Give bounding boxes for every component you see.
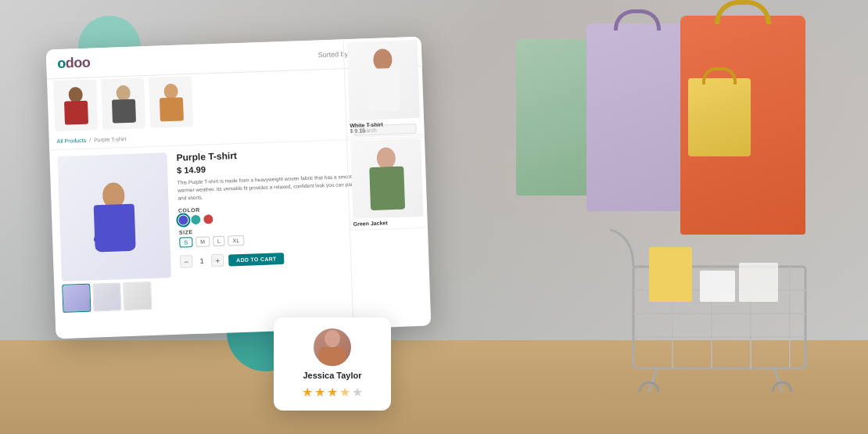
star-3: ★: [327, 385, 338, 400]
star-2: ★: [314, 385, 325, 400]
product-detail: Purple T-shirt $ 14.99 This Purple T-shi…: [49, 138, 430, 320]
odoo-logo: odoo: [57, 55, 91, 72]
breadcrumb-separator: /: [89, 138, 91, 143]
breadcrumb-parent[interactable]: All Products: [57, 138, 87, 144]
product-thumbnails: [62, 281, 172, 313]
header-person-3: [149, 76, 193, 128]
product-image-area: [57, 152, 172, 313]
avatar-body: [319, 347, 346, 366]
thumbnail-2[interactable]: [92, 282, 121, 311]
related-product-2-image: [350, 138, 423, 219]
size-l[interactable]: L: [213, 236, 225, 247]
avatar-figure: [319, 330, 346, 366]
quantity-value: 1: [197, 257, 206, 265]
review-stars: ★ ★ ★ ★ ★: [302, 385, 363, 400]
related-product-1-image: [347, 40, 420, 120]
product-model-figure: [93, 182, 136, 253]
shopping-cart: [610, 204, 845, 395]
related-product-1[interactable]: White T-shirt $ 9.15: [343, 37, 424, 138]
size-xl[interactable]: XL: [228, 235, 245, 246]
quantity-decrease[interactable]: −: [180, 255, 193, 268]
main-product-image: [57, 152, 170, 282]
size-m[interactable]: M: [195, 237, 210, 248]
related-product-2[interactable]: Green Jacket: [347, 135, 428, 231]
thumbnail-3[interactable]: [123, 282, 152, 310]
svg-rect-12: [649, 247, 692, 302]
bag-lavender: [586, 23, 688, 211]
green-jacket-figure: [368, 147, 405, 210]
quantity-increase[interactable]: +: [211, 254, 224, 267]
star-4: ★: [339, 385, 350, 400]
size-s[interactable]: S: [179, 237, 192, 248]
star-5: ★: [352, 385, 363, 400]
breadcrumb-current: Purple T-shirt: [94, 136, 127, 142]
add-to-cart-button[interactable]: ADD TO CART: [228, 253, 285, 266]
related-products-column: White T-shirt $ 9.15 Green Jacket: [343, 37, 431, 328]
bag-yellow: [688, 78, 751, 156]
color-swatch-red[interactable]: [203, 214, 213, 224]
color-swatch-teal[interactable]: [191, 215, 200, 224]
svg-rect-14: [739, 263, 778, 302]
related-product-2-name: Green Jacket: [353, 219, 425, 227]
svg-rect-13: [700, 271, 735, 302]
wsp-shirt: [368, 68, 400, 112]
star-1: ★: [302, 385, 313, 400]
review-avatar: [314, 328, 351, 366]
avatar-head: [325, 330, 340, 347]
reviewer-name: Jessica Taylor: [303, 371, 361, 380]
svg-line-8: [649, 368, 657, 392]
header-person-2: [101, 77, 145, 130]
review-card: Jessica Taylor ★ ★ ★ ★ ★: [274, 317, 391, 411]
color-swatch-blue[interactable]: [178, 216, 188, 225]
svg-line-9: [774, 368, 782, 392]
thumbnail-1[interactable]: [62, 284, 91, 313]
header-person-1: [53, 79, 98, 131]
white-shirt-figure: [367, 48, 400, 112]
gjp-jacket: [369, 167, 405, 211]
odoo-window: odoo Sorted by: Featured: [46, 37, 432, 339]
